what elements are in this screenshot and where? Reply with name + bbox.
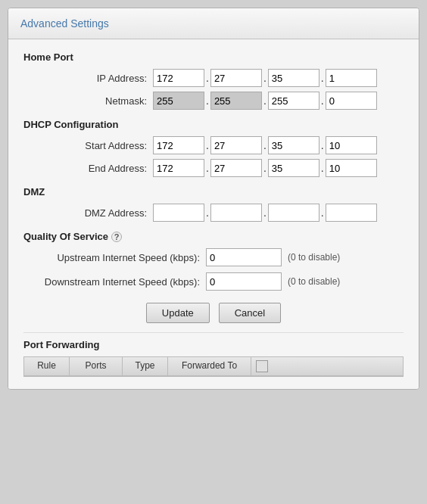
qos-help-icon[interactable]: ?	[111, 232, 122, 242]
dmz-title: DMZ	[23, 186, 404, 198]
end-address-label: End Address:	[36, 163, 153, 174]
start-address-row: Start Address: . . .	[23, 136, 404, 154]
ip-dot-2: .	[262, 72, 268, 84]
dmz-dot-2: .	[262, 207, 268, 219]
port-forwarding-table: Rule Ports Type Forwarded To	[23, 356, 404, 377]
qos-title: Quality Of Service	[23, 231, 108, 242]
start-dot-2: .	[262, 139, 268, 151]
downstream-label: Downstream Internet Speed (kbps):	[36, 276, 206, 288]
downstream-hint: (0 to disable)	[288, 276, 340, 287]
end-address-fields: . . .	[153, 159, 377, 177]
netmask-dot-3: .	[319, 95, 326, 107]
ip-octet-3[interactable]	[268, 69, 319, 87]
start-octet-2[interactable]	[210, 136, 262, 154]
ip-octet-4[interactable]	[326, 69, 377, 87]
ip-octet-1[interactable]	[153, 69, 204, 87]
cancel-button[interactable]: Cancel	[219, 303, 281, 323]
ip-octet-2[interactable]	[210, 69, 262, 87]
end-dot-3: .	[319, 162, 326, 174]
end-octet-2[interactable]	[210, 159, 262, 177]
ip-address-row: IP Address: . . .	[23, 69, 404, 87]
ip-dot-1: .	[204, 72, 210, 84]
netmask-octet-2[interactable]	[210, 92, 262, 110]
end-octet-1[interactable]	[153, 159, 204, 177]
netmask-row: Netmask: . . .	[23, 92, 404, 110]
upstream-input[interactable]	[206, 248, 282, 266]
col-header-ports: Ports	[70, 357, 123, 375]
netmask-dot-1: .	[204, 95, 210, 107]
dmz-octet-1[interactable]	[153, 204, 204, 222]
qos-section-header: Quality Of Service ?	[23, 231, 404, 242]
dhcp-title: DHCP Configuration	[23, 119, 404, 130]
ip-address-fields: . . .	[153, 69, 377, 87]
end-dot-1: .	[204, 162, 210, 174]
dmz-address-row: DMZ Address: . . .	[23, 204, 404, 222]
upstream-label: Upstream Internet Speed (kbps):	[36, 252, 206, 263]
ip-dot-3: .	[319, 72, 326, 84]
dmz-dot-1: .	[204, 207, 210, 219]
netmask-octet-3[interactable]	[268, 92, 319, 110]
main-container: Advanced Settings Home Port IP Address: …	[8, 8, 419, 390]
button-row: Update Cancel	[23, 303, 404, 323]
panel-body: Home Port IP Address: . . . Netmask: . .	[8, 39, 419, 389]
home-port-title: Home Port	[23, 51, 404, 63]
upstream-hint: (0 to disable)	[288, 252, 340, 263]
end-dot-2: .	[262, 162, 268, 174]
dmz-octet-2[interactable]	[210, 204, 262, 222]
port-forwarding-title: Port Forwarding	[23, 339, 404, 350]
dmz-address-label: DMZ Address:	[36, 207, 153, 219]
netmask-label: Netmask:	[36, 95, 153, 107]
start-octet-4[interactable]	[326, 136, 377, 154]
ip-address-label: IP Address:	[36, 73, 153, 84]
dmz-octet-3[interactable]	[268, 204, 319, 222]
start-octet-1[interactable]	[153, 136, 204, 154]
update-button[interactable]: Update	[146, 303, 210, 323]
divider	[23, 332, 404, 333]
netmask-octet-4[interactable]	[326, 92, 377, 110]
col-header-checkbox	[251, 357, 276, 375]
start-address-label: Start Address:	[36, 140, 153, 151]
start-dot-3: .	[319, 139, 326, 151]
upstream-row: Upstream Internet Speed (kbps): (0 to di…	[23, 248, 404, 266]
downstream-input[interactable]	[206, 272, 282, 291]
dmz-octet-4[interactable]	[326, 204, 377, 222]
netmask-octet-1[interactable]	[153, 92, 204, 110]
start-octet-3[interactable]	[268, 136, 319, 154]
end-address-row: End Address: . . .	[23, 159, 404, 177]
select-all-checkbox[interactable]	[256, 360, 268, 372]
dmz-address-fields: . . .	[153, 204, 377, 222]
start-dot-1: .	[204, 139, 210, 151]
panel-title: Advanced Settings	[20, 17, 109, 30]
netmask-dot-2: .	[262, 95, 268, 107]
start-address-fields: . . .	[153, 136, 377, 154]
end-octet-3[interactable]	[268, 159, 319, 177]
downstream-row: Downstream Internet Speed (kbps): (0 to …	[23, 272, 404, 291]
col-header-rule: Rule	[24, 357, 70, 375]
table-header: Rule Ports Type Forwarded To	[24, 357, 403, 376]
dmz-dot-3: .	[319, 207, 326, 219]
netmask-fields: . . .	[153, 92, 377, 110]
col-header-forwarded-to: Forwarded To	[168, 357, 251, 375]
end-octet-4[interactable]	[326, 159, 377, 177]
col-header-type: Type	[123, 357, 168, 375]
panel-header: Advanced Settings	[8, 8, 419, 39]
